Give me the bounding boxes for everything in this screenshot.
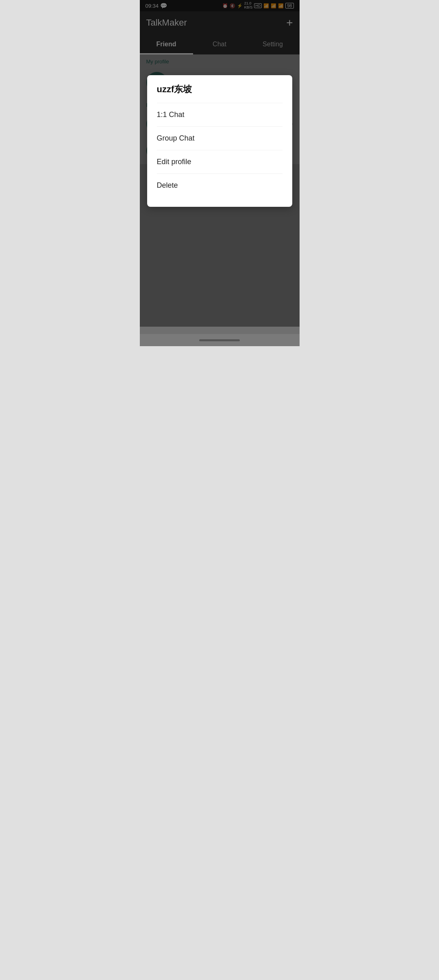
context-menu-item-group-chat[interactable]: Group Chat [157,126,283,150]
context-menu-title: uzzf东坡 [157,83,283,95]
context-menu-item-edit-profile[interactable]: Edit profile [157,150,283,173]
context-menu-item-one-to-one-chat[interactable]: 1:1 Chat [157,103,283,126]
context-menu: uzzf东坡 1:1 Chat Group Chat Edit profile … [147,75,292,207]
context-menu-item-delete[interactable]: Delete [157,173,283,197]
